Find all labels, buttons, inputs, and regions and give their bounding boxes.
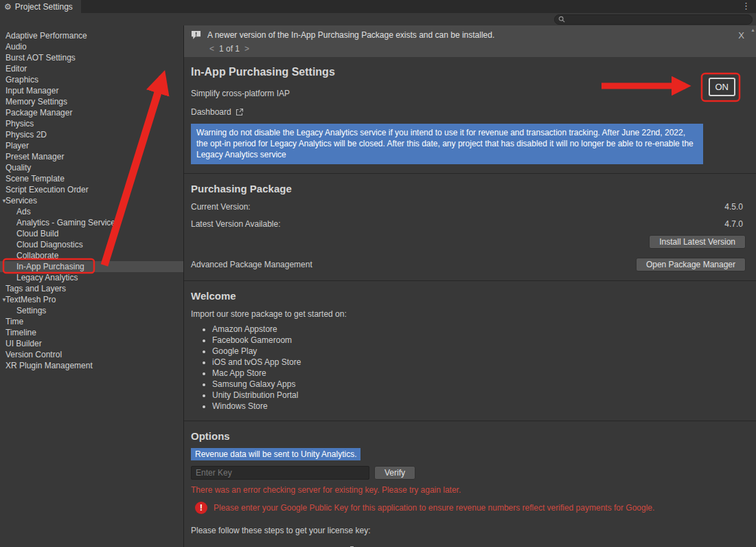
current-version-label: Current Version: xyxy=(191,202,251,212)
store-list: Amazon Appstore Facebook Gameroom Google… xyxy=(191,324,756,412)
sidebar-item-cloud-build[interactable]: Cloud Build xyxy=(0,228,183,239)
sidebar-item-textmesh-settings[interactable]: Settings xyxy=(0,305,183,316)
verify-button[interactable]: Verify xyxy=(374,466,415,480)
sidebar-item-player[interactable]: Player xyxy=(0,140,183,151)
sidebar-item-script-execution-order[interactable]: Script Execution Order xyxy=(0,184,183,195)
sidebar-item-ads[interactable]: Ads xyxy=(0,206,183,217)
store-list-item: Unity Distribution Portal xyxy=(212,390,756,401)
advanced-package-management-label: Advanced Package Management xyxy=(191,260,312,269)
store-list-item: Mac App Store xyxy=(212,368,756,379)
external-link-icon[interactable] xyxy=(236,108,244,116)
sidebar-item-services[interactable]: ▼Services xyxy=(0,195,183,206)
sidebar-item-legacy-analytics[interactable]: Legacy Analytics xyxy=(0,272,183,283)
sidebar-item-analytics-gaming-services[interactable]: Analytics - Gaming Services xyxy=(0,217,183,228)
sidebar-item-physics[interactable]: Physics xyxy=(0,118,183,129)
search-box[interactable] xyxy=(554,14,753,25)
latest-version-value: 4.7.0 xyxy=(724,219,743,229)
open-package-manager-button[interactable]: Open Package Manager xyxy=(636,258,746,271)
foldout-open-icon[interactable]: ▼ xyxy=(1,196,8,207)
sidebar-item-timeline[interactable]: Timeline xyxy=(0,327,183,338)
sidebar-item-physics-2d[interactable]: Physics 2D xyxy=(0,129,183,140)
tab-project-settings[interactable]: ⚙ Project Settings xyxy=(0,0,81,13)
purchasing-package-title: Purchasing Package xyxy=(191,183,756,194)
error-icon: ! xyxy=(195,502,207,514)
store-list-item: Amazon Appstore xyxy=(212,324,756,335)
sidebar-item-editor[interactable]: Editor xyxy=(0,63,183,74)
legacy-analytics-warning: Warning do not disable the Legacy Analyt… xyxy=(191,124,703,164)
sidebar-item-version-control[interactable]: Version Control xyxy=(0,349,183,360)
search-input[interactable] xyxy=(568,15,748,23)
section-divider xyxy=(184,280,756,281)
sidebar-item-ui-builder[interactable]: UI Builder xyxy=(0,338,183,349)
page-title: In-App Purchasing Settings xyxy=(191,66,756,78)
sidebar-item-preset-manager[interactable]: Preset Manager xyxy=(0,151,183,162)
kebab-menu-icon[interactable]: ⋮ xyxy=(742,0,756,13)
title-bar: ⚙ Project Settings ⋮ xyxy=(0,0,756,13)
sidebar-item-scene-template[interactable]: Scene Template xyxy=(0,173,183,184)
toolbar xyxy=(0,13,756,25)
banner-pagination: < 1 of 1 > xyxy=(209,44,749,54)
foldout-open-icon[interactable]: ▼ xyxy=(1,295,8,306)
gear-icon: ⚙ xyxy=(4,2,12,12)
sidebar-item-package-manager[interactable]: Package Manager xyxy=(0,107,183,118)
google-public-key-input[interactable] xyxy=(191,466,369,480)
prev-page-button[interactable]: < xyxy=(209,44,214,54)
sidebar-item-cloud-diagnostics[interactable]: Cloud Diagnostics xyxy=(0,239,183,250)
sidebar-item-in-app-purchasing[interactable]: In-App Purchasing xyxy=(0,261,183,272)
page-indicator: 1 of 1 xyxy=(219,44,240,54)
sidebar-item-tags-and-layers[interactable]: Tags and Layers xyxy=(0,283,183,294)
google-key-warning-text: Please enter your Google Public Key for … xyxy=(214,503,654,513)
store-list-item: Samsung Galaxy Apps xyxy=(212,379,756,390)
welcome-intro: Import our store package to get started … xyxy=(191,309,756,319)
sidebar-item-xr-plugin-management[interactable]: XR Plugin Management xyxy=(0,360,183,371)
sidebar-item-collaborate[interactable]: Collaborate xyxy=(0,250,183,261)
options-title: Options xyxy=(191,430,756,442)
sidebar-item-burst-aot-settings[interactable]: Burst AOT Settings xyxy=(0,52,183,63)
sidebar-item-graphics[interactable]: Graphics xyxy=(0,74,183,85)
current-version-value: 4.5.0 xyxy=(724,202,743,212)
close-icon[interactable]: X xyxy=(738,30,744,41)
notification-bubble-icon xyxy=(191,30,201,40)
section-divider xyxy=(184,173,756,174)
scroll-up-icon[interactable]: ▲ xyxy=(751,27,755,32)
update-banner: A newer version of the In-App Purchasing… xyxy=(184,25,756,57)
sidebar-item-adaptive-performance[interactable]: Adaptive Performance xyxy=(0,30,183,41)
next-page-button[interactable]: > xyxy=(244,44,249,54)
store-list-item: Google Play xyxy=(212,346,756,357)
store-list-item: Facebook Gameroom xyxy=(212,335,756,346)
sidebar-item-time[interactable]: Time xyxy=(0,316,183,327)
search-icon xyxy=(558,16,565,23)
sidebar-item-audio[interactable]: Audio xyxy=(0,41,183,52)
key-check-error-text: There was an error checking server for e… xyxy=(191,485,756,495)
banner-text: A newer version of the In-App Purchasing… xyxy=(207,30,494,40)
analytics-note: Revenue data will be sent to Unity Analy… xyxy=(191,448,360,460)
latest-version-label: Latest Version Available: xyxy=(191,219,281,229)
steps-intro: Please follow these steps to get your li… xyxy=(191,526,756,535)
dashboard-link[interactable]: Dashboard xyxy=(191,107,231,117)
sidebar-item-textmesh-pro[interactable]: ▼TextMesh Pro xyxy=(0,294,183,305)
sidebar-item-quality[interactable]: Quality xyxy=(0,162,183,173)
sidebar-item-memory-settings[interactable]: Memory Settings xyxy=(0,96,183,107)
settings-sidebar: Adaptive Performance Audio Burst AOT Set… xyxy=(0,25,183,547)
main-panel: ▲ A newer version of the In-App Purchasi… xyxy=(183,25,756,547)
sidebar-item-input-manager[interactable]: Input Manager xyxy=(0,85,183,96)
iap-on-toggle[interactable]: ON xyxy=(709,78,736,96)
section-divider xyxy=(184,421,756,421)
store-list-item: Windows Store xyxy=(212,401,756,412)
welcome-title: Welcome xyxy=(191,290,756,302)
store-list-item: iOS and tvOS App Store xyxy=(212,357,756,368)
tab-title: Project Settings xyxy=(15,2,73,12)
simplify-label: Simplify cross-platform IAP xyxy=(191,89,756,98)
install-latest-version-button[interactable]: Install Latest Version xyxy=(649,235,746,249)
